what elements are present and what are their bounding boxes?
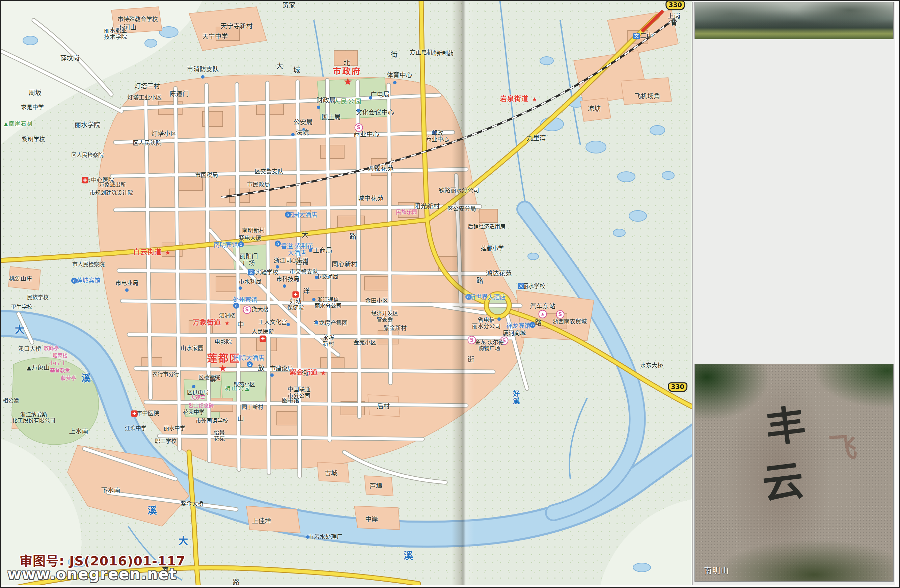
map-marker-dot [192,385,196,388]
map-label: 岩泉街道 [500,95,528,102]
map-label: 瑞新制药 [431,50,453,57]
map-label: 莲城宾馆 [76,277,101,284]
map-marker-dot [309,249,312,252]
map-label: 丽水中学 [164,425,185,431]
map-label: 放鹤亭 [43,346,59,351]
map-label: 丽水职业 技术学院 [104,27,127,40]
map-marker-dot [497,318,501,321]
map-label: 万象派出所 [99,182,126,188]
map-label: 区交警支队 [255,168,284,175]
map-label: 区公安分局 [447,206,476,212]
map-label: 市特殊教育学校 [118,16,158,23]
map-label: 祥龙宾馆 [506,323,531,329]
map-label: 国土局 [321,114,340,121]
map-label: 市规划建筑设计院 [90,190,133,196]
map-marker-s: S [468,336,476,344]
map-label: 城中花苑 [358,195,383,202]
map-label: 周坂 [29,89,42,96]
map-label: 溪口大桥 [18,346,41,352]
map-label: 省电信 丽水分公司 [472,317,501,330]
map-label: 浙江同心集团 [274,258,308,264]
page-margin [0,585,900,588]
map-label: 市民政局 [247,182,270,188]
map-label: 洋 [303,287,310,295]
map-label: 上岗背 [665,12,683,27]
map-label: 花园中学 [183,409,205,415]
map-marker-star: ★ [218,363,227,374]
map-label: 紫金新村 [384,325,407,331]
map-label: 泗洲楼 [219,313,235,319]
map-marker-dot [276,265,279,268]
map-marker-dot [369,96,372,99]
map-label: 丽水学校 [522,283,545,289]
map-label: 市污水处理厂 [308,534,343,540]
map-label: 灯塔工业小区 [127,95,161,101]
map-label: 金龙·沃尔德 购物广场 [475,339,503,352]
map-label: 后铺经济适用房 [468,223,506,230]
map-label: 浙江纳爱斯 化工股份有限公司 [12,411,55,424]
map-label: 财政局 [316,97,335,104]
map-marker-wen: 文 [633,33,640,39]
map-label: 铁路丽水分公司 [439,187,479,194]
map-label: 法院 [296,129,309,136]
map-label: 溪 [403,551,413,561]
website-watermark: www.onegreen.net [8,565,177,583]
map-label: 飞机场角 [635,93,660,100]
map-label: 二中 [640,33,653,39]
map-marker-dot [357,109,360,112]
map-label: 浙西南农贸城 [552,318,587,325]
map-marker-hotel: ⌂ [238,241,244,247]
map-marker-s: S [355,124,363,132]
map-label: 市科技局 [276,276,299,282]
map-label: 山水家园 [180,345,203,352]
map-marker-dot [287,323,290,326]
map-label: 白云街道 [133,248,161,256]
map-label: 同心新村 [332,261,357,268]
map-label: 市水利局 [239,279,262,285]
map-label: 溪 [81,373,91,383]
map-label: 路 [535,319,542,327]
map-label: 市建设局 [270,365,293,372]
map-label: ▲摩崖石刻 [4,121,33,127]
map-label: 贺家 [282,2,295,9]
map-label: 大 [276,62,283,70]
map-marker-s: S [243,306,251,314]
map-label: 职工学校 [155,438,177,444]
map-label: 解 [209,375,216,383]
map-marker-dot [291,133,295,136]
map-marker-dot [393,81,397,84]
map-marker-hotel: ⌂ [233,303,239,309]
map-label: 市人民检察院 [72,261,105,267]
map-label: 路 [476,277,483,284]
map-marker-dot [283,284,286,288]
map-label: 市交通局 [315,274,338,280]
map-label: 区检察院 [199,374,220,380]
map-label: 山 [237,415,244,422]
map-label: 求是中学 [21,104,44,111]
page-margin [692,0,900,2]
map-label: 桃源山庄 [9,276,32,282]
map-label: 相公潭 [3,398,19,404]
map-label: ▲万象山 [26,365,50,371]
map-label: 金龙房产集团 [313,320,348,326]
map-label: 市国税局 [195,172,218,178]
map-marker-s: S [556,310,565,319]
map-label: 鸿达花苑 [486,270,512,277]
map-label: 陈道门 [169,90,189,98]
map-label: 大 [302,231,309,239]
carved-character-faint: 飞 [827,424,858,467]
page-margin [895,0,900,588]
photo-caption: 南明山 [704,564,729,576]
map-marker-cross: ✚ [260,336,266,342]
map-label: 凉塘 [588,105,601,112]
map-label: 街 [302,369,309,377]
map-label: 黎明学校 [22,136,45,143]
map-label: 上水南 [69,428,88,435]
map-label: 北 [343,59,350,67]
map-label: 新世界大酒店 [469,294,506,301]
map-label: 烈士纪念碑 [188,403,214,409]
map-marker-star: ★ [321,370,326,377]
map-label: 紫金大桥 [180,501,203,507]
map-label: 天宁寺新村 [220,23,253,30]
map-label: 体育中心 [387,71,412,79]
